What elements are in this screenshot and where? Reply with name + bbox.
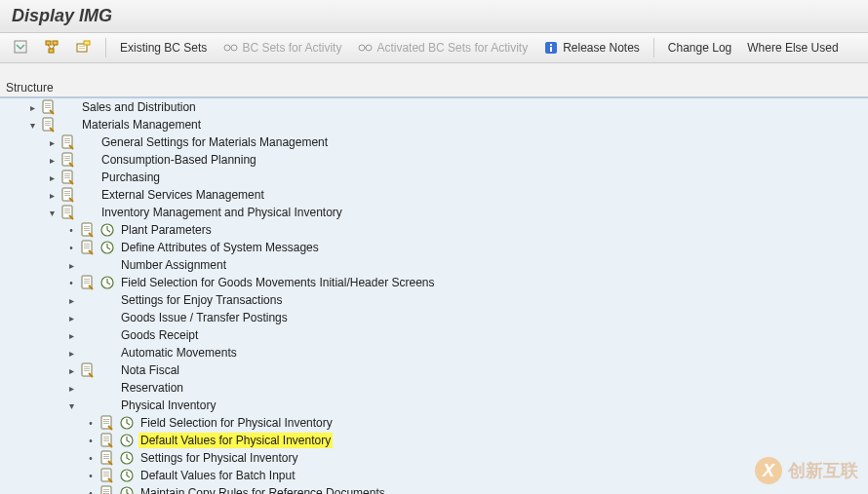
- leaf-bullet: •: [66, 243, 76, 252]
- tree-row[interactable]: ▸Sales and Distribution: [0, 98, 868, 116]
- expand-toggle[interactable]: ▸: [47, 155, 57, 165]
- document-icon[interactable]: [99, 433, 115, 448]
- tree-node-label[interactable]: Nota Fiscal: [119, 362, 181, 378]
- tree-row[interactable]: ▸Goods Issue / Transfer Postings: [0, 309, 868, 326]
- tree-row[interactable]: •Field Selection for Physical Inventory: [0, 414, 868, 432]
- tree-row[interactable]: •Plant Parameters: [0, 221, 868, 239]
- bc-sets-activity-button[interactable]: BC Sets for Activity: [217, 37, 347, 58]
- tree-node-label[interactable]: Physical Inventory: [119, 398, 217, 413]
- expand-toggle[interactable]: ▸: [66, 348, 76, 358]
- tree-row[interactable]: ▸Goods Receipt: [0, 326, 868, 344]
- expand-toggle[interactable]: ▸: [47, 190, 57, 200]
- expand-toggle[interactable]: ▸: [66, 260, 76, 270]
- tree-row[interactable]: •Field Selection for Goods Movements Ini…: [0, 274, 868, 291]
- hierarchy-button[interactable]: [39, 37, 66, 58]
- tree-node-label[interactable]: Define Attributes of System Messages: [119, 240, 321, 255]
- document-icon[interactable]: [41, 99, 57, 115]
- tree-node-label[interactable]: Number Assignment: [119, 257, 228, 273]
- leaf-bullet: •: [86, 418, 96, 428]
- expand-toggle[interactable]: ▸: [27, 102, 37, 112]
- release-notes-button[interactable]: Release Notes: [537, 37, 646, 58]
- tree-row[interactable]: •Default Values for Batch Input: [0, 467, 868, 484]
- tree-node-label[interactable]: Settings for Enjoy Transactions: [119, 292, 284, 308]
- leaf-bullet: •: [86, 488, 96, 494]
- existing-bc-sets-button[interactable]: Existing BC Sets: [114, 38, 213, 57]
- tree-row[interactable]: ▾Inventory Management and Physical Inven…: [0, 204, 868, 221]
- tree-node-label[interactable]: Field Selection for Goods Movements Init…: [119, 275, 437, 290]
- tree-node-label[interactable]: Inventory Management and Physical Invent…: [99, 205, 344, 220]
- document-icon[interactable]: [99, 485, 115, 494]
- tree-row[interactable]: •Default Values for Physical Inventory: [0, 432, 868, 449]
- collapse-toggle[interactable]: ▾: [27, 120, 37, 130]
- tree-node-label[interactable]: General Settings for Materials Managemen…: [99, 134, 330, 150]
- where-else-used-button[interactable]: Where Else Used: [741, 38, 844, 57]
- document-icon[interactable]: [99, 450, 115, 466]
- tree-row[interactable]: ▸Number Assignment: [0, 256, 868, 274]
- tree-row[interactable]: ▸Reservation: [0, 379, 868, 397]
- tree-row[interactable]: •Define Attributes of System Messages: [0, 239, 868, 256]
- expand-toggle[interactable]: ▸: [47, 172, 57, 182]
- activity-icon[interactable]: [119, 433, 135, 448]
- tree-node-label[interactable]: External Services Management: [99, 187, 266, 203]
- tree-node-label[interactable]: Sales and Distribution: [80, 99, 198, 115]
- expand-toggle[interactable]: ▸: [66, 313, 76, 323]
- document-icon[interactable]: [80, 240, 96, 255]
- document-icon[interactable]: [60, 134, 76, 150]
- expand-all-button[interactable]: [8, 37, 35, 58]
- activity-icon[interactable]: [99, 275, 115, 290]
- tree-row[interactable]: ▸Automatic Movements: [0, 344, 868, 361]
- find-button[interactable]: [70, 37, 98, 58]
- tree-row[interactable]: ▸Nota Fiscal: [0, 361, 868, 379]
- activated-bc-sets-button[interactable]: Activated BC Sets for Activity: [351, 37, 533, 58]
- expand-toggle[interactable]: ▸: [66, 330, 76, 340]
- expand-toggle[interactable]: ▸: [66, 295, 76, 305]
- document-icon[interactable]: [99, 468, 115, 483]
- expand-toggle[interactable]: ▸: [47, 137, 57, 147]
- tree-row[interactable]: •Maintain Copy Rules for Reference Docum…: [0, 484, 868, 494]
- tree-node-label[interactable]: Goods Receipt: [119, 327, 200, 343]
- document-icon[interactable]: [80, 275, 96, 290]
- document-icon[interactable]: [99, 415, 115, 431]
- tree-node-label[interactable]: Plant Parameters: [119, 222, 214, 238]
- tree-row[interactable]: ▾Materials Management: [0, 116, 868, 133]
- tree-row[interactable]: •Settings for Physical Inventory: [0, 449, 868, 467]
- tree-row[interactable]: ▸Consumption-Based Planning: [0, 151, 868, 169]
- activity-icon[interactable]: [119, 485, 135, 494]
- document-icon[interactable]: [60, 187, 76, 203]
- tree-node-label[interactable]: Goods Issue / Transfer Postings: [119, 310, 290, 325]
- activity-icon[interactable]: [119, 468, 135, 483]
- tree-row[interactable]: ▸External Services Management: [0, 186, 868, 204]
- leaf-bullet: •: [66, 225, 76, 235]
- tree-row[interactable]: ▸Purchasing: [0, 169, 868, 186]
- activity-icon[interactable]: [119, 450, 135, 466]
- tree-node-label[interactable]: Reservation: [119, 380, 185, 396]
- tree-node-label[interactable]: Default Values for Physical Inventory: [138, 433, 333, 448]
- document-icon[interactable]: [60, 205, 76, 220]
- collapse-toggle[interactable]: ▾: [66, 400, 76, 410]
- collapse-toggle[interactable]: ▾: [47, 208, 57, 217]
- tree-node-label[interactable]: Default Values for Batch Input: [138, 468, 297, 483]
- expand-toggle[interactable]: ▸: [66, 383, 76, 393]
- document-icon[interactable]: [80, 222, 96, 238]
- img-tree: ▸Sales and Distribution▾Materials Manage…: [0, 97, 868, 494]
- tree-row[interactable]: ▸Settings for Enjoy Transactions: [0, 291, 868, 309]
- tree-node-label[interactable]: Purchasing: [99, 170, 162, 185]
- tree-node-label[interactable]: Materials Management: [80, 117, 203, 133]
- activity-icon[interactable]: [99, 240, 115, 255]
- document-icon[interactable]: [60, 152, 76, 168]
- tree-node-label[interactable]: Field Selection for Physical Inventory: [138, 415, 335, 431]
- tree-row[interactable]: ▾Physical Inventory: [0, 397, 868, 414]
- change-log-button[interactable]: Change Log: [662, 38, 737, 57]
- tree-node-label[interactable]: Settings for Physical Inventory: [138, 450, 299, 466]
- tree-node-label[interactable]: Automatic Movements: [119, 345, 239, 361]
- document-icon[interactable]: [60, 170, 76, 185]
- document-icon[interactable]: [41, 117, 57, 133]
- tree-node-label[interactable]: Consumption-Based Planning: [99, 152, 258, 168]
- activity-icon[interactable]: [119, 415, 135, 431]
- expand-toggle[interactable]: ▸: [66, 365, 76, 375]
- document-icon[interactable]: [80, 362, 96, 378]
- leaf-bullet: •: [66, 278, 76, 287]
- activity-icon[interactable]: [99, 222, 115, 238]
- tree-node-label[interactable]: Maintain Copy Rules for Reference Docume…: [138, 485, 387, 494]
- tree-row[interactable]: ▸General Settings for Materials Manageme…: [0, 133, 868, 151]
